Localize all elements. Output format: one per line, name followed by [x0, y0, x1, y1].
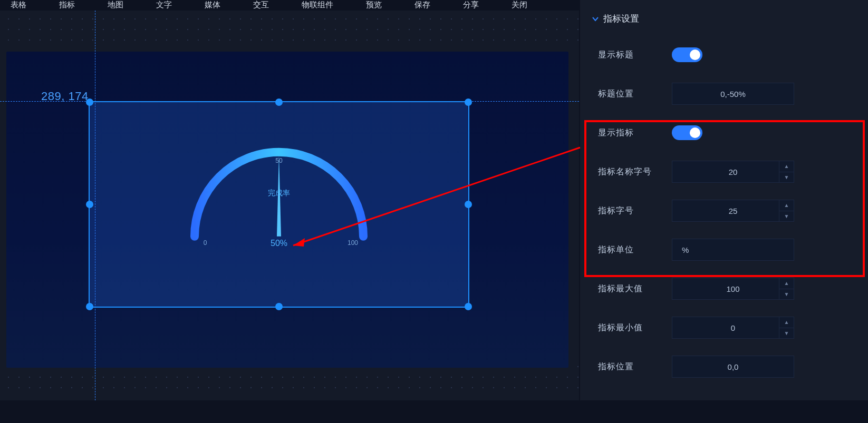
gauge-chart: 完成率 50% 0 50 100 — [173, 131, 384, 258]
resize-handle-ml[interactable] — [86, 201, 93, 208]
value-min: 0 — [731, 323, 735, 332]
chevron-down-icon[interactable]: ▼ — [779, 289, 794, 300]
row-title-pos: 标题位置 0,-50% — [580, 74, 868, 113]
row-max: 指标最大值 100 ▲▼ — [580, 269, 868, 308]
selection-box[interactable]: 完成率 50% 0 50 100 — [89, 101, 469, 308]
chevron-up-icon[interactable]: ▲ — [779, 161, 794, 172]
input-title-pos[interactable]: 0,-50% — [672, 83, 794, 105]
row-name-size: 指标名称字号 20 ▲▼ — [580, 152, 868, 191]
label-ind-size: 指标字号 — [598, 205, 672, 217]
toggle-show-title[interactable] — [672, 47, 702, 62]
row-show-title: 显示标题 — [580, 35, 868, 74]
menu-table[interactable]: 表格 — [11, 0, 26, 11]
value-ind-size: 25 — [729, 206, 738, 215]
stepper-ind-size[interactable]: ▲▼ — [779, 200, 794, 221]
label-name-size: 指标名称字号 — [598, 166, 672, 178]
label-pos: 指标位置 — [598, 361, 672, 372]
selection-coord: 289, 174 — [41, 90, 89, 103]
chevron-up-icon[interactable]: ▲ — [779, 200, 794, 211]
menu-close[interactable]: 关闭 — [512, 0, 527, 11]
resize-handle-br[interactable] — [465, 303, 472, 310]
stepper-name-size[interactable]: ▲▼ — [779, 161, 794, 182]
label-show-title: 显示标题 — [598, 50, 672, 61]
row-min: 指标最小值 0 ▲▼ — [580, 308, 868, 347]
chevron-up-icon[interactable]: ▲ — [779, 317, 794, 328]
top-menu: 表格 指标 地图 文字 媒体 交互 物联组件 预览 保存 分享 关闭 — [0, 0, 580, 11]
toggle-show-indicator[interactable] — [672, 125, 702, 140]
menu-save[interactable]: 保存 — [414, 0, 430, 11]
grid-top — [0, 11, 579, 48]
label-max: 指标最大值 — [598, 283, 672, 294]
menu-indicator[interactable]: 指标 — [59, 0, 75, 11]
panel-title: 指标设置 — [603, 13, 639, 25]
chevron-up-icon[interactable]: ▲ — [779, 278, 794, 289]
chevron-down-icon[interactable]: ▼ — [779, 328, 794, 339]
input-min[interactable]: 0 ▲▼ — [672, 317, 794, 339]
canvas[interactable]: 289, 174 完成率 50% 0 50 100 — [0, 11, 579, 400]
row-pos: 指标位置 0,0 — [580, 347, 868, 386]
label-unit: 指标单位 — [598, 244, 672, 255]
resize-handle-bc[interactable] — [275, 303, 283, 310]
input-max[interactable]: 100 ▲▼ — [672, 278, 794, 300]
input-unit[interactable]: % — [672, 239, 794, 261]
input-name-size[interactable]: 20 ▲▼ — [672, 161, 794, 183]
gauge-tick-min: 0 — [204, 239, 207, 247]
value-max: 100 — [726, 284, 739, 293]
menu-iot[interactable]: 物联组件 — [302, 0, 333, 11]
menu-preview[interactable]: 预览 — [366, 0, 382, 11]
menu-media[interactable]: 媒体 — [205, 0, 220, 11]
row-unit: 指标单位 % — [580, 230, 868, 269]
menu-text[interactable]: 文字 — [156, 0, 172, 11]
panel-header[interactable]: 指标设置 — [580, 7, 868, 35]
input-pos[interactable]: 0,0 — [672, 356, 794, 378]
settings-panel: 指标设置 显示标题 标题位置 0,-50% 显示指标 指标名称字号 20 ▲▼ … — [580, 0, 868, 400]
resize-handle-tc[interactable] — [275, 99, 283, 106]
input-ind-size[interactable]: 25 ▲▼ — [672, 200, 794, 222]
menu-map[interactable]: 地图 — [108, 0, 123, 11]
row-ind-size: 指标字号 25 ▲▼ — [580, 191, 868, 230]
chevron-down-icon — [592, 15, 599, 23]
resize-handle-tr[interactable] — [465, 99, 472, 106]
label-show-indicator: 显示指标 — [598, 127, 672, 139]
row-show-indicator: 显示指标 — [580, 113, 868, 152]
stepper-max[interactable]: ▲▼ — [779, 278, 794, 299]
resize-handle-tl[interactable] — [86, 99, 93, 106]
resize-handle-mr[interactable] — [465, 201, 472, 208]
value-name-size: 20 — [729, 168, 738, 176]
resize-handle-bl[interactable] — [86, 303, 93, 310]
label-min: 指标最小值 — [598, 322, 672, 333]
stepper-min[interactable]: ▲▼ — [779, 317, 794, 338]
menu-interact[interactable]: 交互 — [253, 0, 269, 11]
chevron-down-icon[interactable]: ▼ — [779, 172, 794, 183]
gauge-value: 50% — [271, 239, 287, 248]
gauge-tick-mid: 50 — [275, 157, 283, 164]
label-title-pos: 标题位置 — [598, 88, 672, 100]
menu-share[interactable]: 分享 — [463, 0, 479, 11]
chevron-down-icon[interactable]: ▼ — [779, 211, 794, 222]
gauge-title: 完成率 — [268, 189, 290, 197]
gauge-tick-max: 100 — [348, 239, 358, 247]
